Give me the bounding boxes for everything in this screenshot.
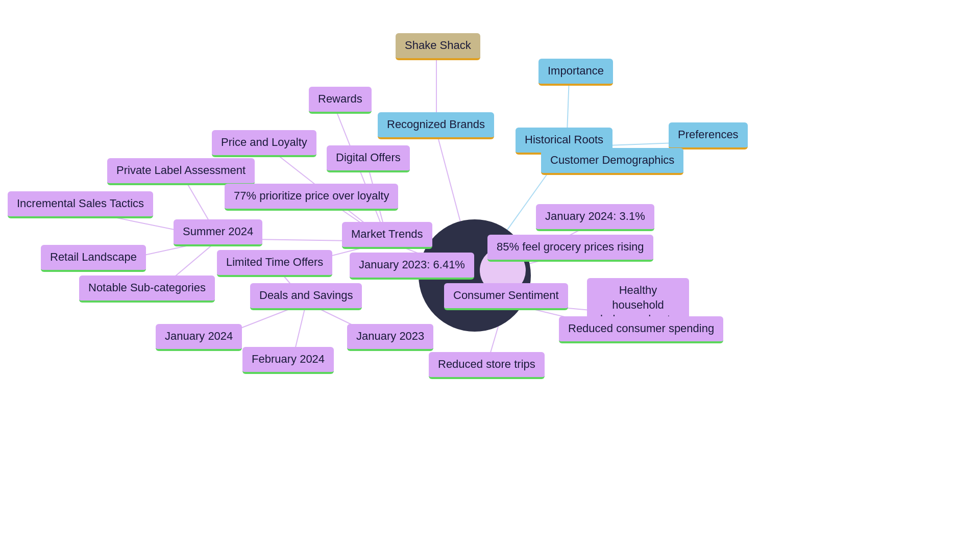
limited-time-node: Limited Time Offers [217, 250, 332, 277]
incremental-sales-label: Incremental Sales Tactics [17, 197, 144, 210]
digital-offers-label: Digital Offers [336, 151, 401, 164]
consumer-sentiment-node: Consumer Sentiment [444, 283, 568, 310]
january-2024-node: January 2024 [156, 324, 242, 351]
reduced-consumer-node: Reduced consumer spending [559, 316, 723, 343]
deals-savings-node: Deals and Savings [250, 283, 362, 310]
market-trends-node: Market Trends [342, 222, 432, 249]
importance-node: Importance [538, 59, 613, 86]
digital-offers-node: Digital Offers [327, 145, 410, 172]
price-loyalty-node: Price and Loyalty [212, 130, 316, 157]
private-label-label: Private Label Assessment [116, 164, 246, 177]
summer-2024-label: Summer 2024 [183, 225, 253, 238]
77-percent-label: 77% prioritize price over loyalty [234, 189, 389, 202]
reduced-consumer-label: Reduced consumer spending [568, 322, 714, 335]
shake-shack-node: Shake Shack [396, 33, 480, 60]
february-2024-node: February 2024 [242, 347, 334, 374]
summer-2024-node: Summer 2024 [174, 219, 262, 246]
reduced-store-trips-label: Reduced store trips [438, 358, 535, 370]
notable-subcategories-label: Notable Sub-categories [88, 281, 206, 294]
january-2023-node: January 2023 [347, 324, 433, 351]
incremental-sales-node: Incremental Sales Tactics [8, 191, 153, 218]
customer-demographics-label: Customer Demographics [550, 154, 674, 166]
rewards-node: Rewards [309, 87, 372, 114]
historical-roots-label: Historical Roots [525, 133, 603, 146]
january-2024-cpi-label: January 2024: 3.1% [545, 210, 645, 222]
february-2024-label: February 2024 [252, 353, 325, 365]
january-2024-cpi-node: January 2024: 3.1% [536, 204, 654, 231]
85-percent-label: 85% feel grocery prices rising [497, 240, 644, 253]
january-2023-label: January 2023 [356, 330, 424, 342]
shake-shack-label: Shake Shack [405, 39, 471, 52]
85-percent-node: 85% feel grocery prices rising [487, 235, 653, 262]
customer-demographics-node: Customer Demographics [541, 148, 683, 175]
january-2023-cpi-node: January 2023: 6.41% [350, 253, 474, 280]
recognized-brands-node: Recognized Brands [378, 112, 494, 139]
rewards-label: Rewards [318, 92, 362, 105]
mindmap-container: Shake ShackRecognized BrandsImportanceHi… [0, 0, 980, 551]
77-percent-node: 77% prioritize price over loyalty [225, 184, 398, 211]
january-2023-cpi-label: January 2023: 6.41% [359, 258, 465, 271]
recognized-brands-label: Recognized Brands [387, 118, 485, 131]
deals-savings-label: Deals and Savings [259, 289, 353, 302]
limited-time-label: Limited Time Offers [226, 256, 323, 268]
importance-label: Importance [548, 64, 604, 77]
consumer-sentiment-label: Consumer Sentiment [453, 289, 559, 302]
january-2024-label: January 2024 [165, 330, 233, 342]
private-label-node: Private Label Assessment [107, 158, 255, 185]
preferences-node: Preferences [669, 122, 748, 149]
price-loyalty-label: Price and Loyalty [221, 136, 307, 148]
preferences-label: Preferences [678, 128, 739, 141]
reduced-store-trips-node: Reduced store trips [429, 352, 545, 379]
retail-landscape-label: Retail Landscape [50, 251, 137, 263]
retail-landscape-node: Retail Landscape [41, 245, 146, 272]
notable-subcategories-node: Notable Sub-categories [79, 276, 215, 303]
market-trends-label: Market Trends [351, 228, 423, 240]
